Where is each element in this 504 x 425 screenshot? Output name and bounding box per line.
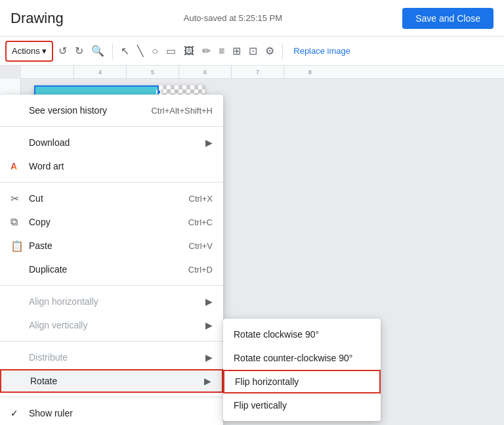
ruler-mark-4: 4 [74, 66, 126, 78]
download-arrow: ▶ [205, 137, 213, 148]
menu-align-horizontally[interactable]: Align horizontally ▶ [0, 290, 223, 313]
options-icon[interactable]: ⚙ [262, 42, 277, 60]
toolbar: Actions ▾ ↺ ↻ 🔍 ↖ ╲ ○ ▭ 🖼 ✏ ≡ ⊞ ⊡ ⚙ Repl… [0, 37, 504, 66]
redo-icon[interactable]: ↻ [72, 42, 86, 60]
select-icon[interactable]: ↖ [118, 42, 132, 60]
actions-button[interactable]: Actions ▾ [5, 41, 53, 62]
shape-icon[interactable]: ○ [149, 43, 161, 60]
app-title: Drawing [10, 10, 64, 27]
menu-word-art[interactable]: A Word art [0, 154, 223, 178]
line-style-icon[interactable]: ≡ [216, 43, 227, 60]
undo-icon[interactable]: ↺ [56, 42, 70, 60]
line-icon[interactable]: ╲ [135, 42, 146, 60]
ruler-mark-8: 8 [284, 66, 336, 78]
show-ruler-label: Show ruler [29, 408, 73, 418]
image-icon[interactable]: 🖼 [181, 43, 197, 60]
autosave-status: Auto-saved at 5:25:15 PM [184, 13, 282, 23]
divider-2 [282, 43, 283, 59]
see-version-history-label: See version history [29, 105, 107, 116]
menu-duplicate[interactable]: Duplicate Ctrl+D [0, 257, 223, 281]
ruler-top: 4 5 6 7 8 [21, 66, 504, 79]
cut-icon: ✂ [10, 192, 24, 205]
distribute-label: Distribute [29, 352, 68, 363]
selection-handle-tr [156, 89, 161, 95]
rotate-ccw-item[interactable]: Rotate counter-clockwise 90° [223, 346, 381, 370]
divider-1 [112, 43, 113, 59]
menu-align-vertically[interactable]: Align vertically ▶ [0, 313, 223, 337]
word-art-icon: A [10, 161, 24, 171]
copy-shortcut: Ctrl+C [188, 217, 213, 227]
crop-icon[interactable]: ⊡ [246, 42, 260, 60]
menu-see-version-history[interactable]: See version history Ctrl+Alt+Shift+H [0, 99, 223, 122]
replace-image-button[interactable]: Replace image [288, 43, 356, 58]
see-version-shortcut: Ctrl+Alt+Shift+H [151, 106, 213, 116]
copy-icon: ⧉ [10, 216, 24, 228]
cut-shortcut: Ctrl+X [189, 194, 213, 204]
flip-v-item[interactable]: Flip vertically [223, 393, 381, 417]
menu-show-ruler[interactable]: ✓ Show ruler [0, 401, 223, 425]
flip-h-label: Flip horizontally [235, 376, 299, 387]
duplicate-shortcut: Ctrl+D [188, 265, 213, 275]
flip-h-item[interactable]: Flip horizontally [223, 370, 381, 393]
align-h-arrow: ▶ [205, 296, 213, 307]
ruler-mark-5: 5 [126, 66, 178, 78]
flip-v-label: Flip vertically [234, 400, 287, 411]
menu-paste[interactable]: 📋 Paste Ctrl+V [0, 234, 223, 257]
copy-label: Copy [29, 217, 51, 227]
main-area: 4 5 6 7 8 2 3 4 5 [0, 66, 504, 425]
rotate-cw-label: Rotate clockwise 90° [234, 329, 319, 340]
align-v-label: Align vertically [29, 320, 87, 330]
save-close-button[interactable]: Save and Close [402, 8, 494, 29]
paste-icon: 📋 [10, 240, 24, 252]
word-art-label: Word art [29, 161, 64, 171]
menu-divider-3 [0, 285, 223, 286]
paste-label: Paste [29, 240, 52, 251]
ruler-mark-6: 6 [178, 66, 231, 78]
paste-shortcut: Ctrl+V [189, 241, 213, 251]
pencil-icon[interactable]: ✏ [200, 42, 213, 60]
menu-divider-2 [0, 182, 223, 183]
rotate-arrow: ▶ [204, 376, 211, 386]
menu-rotate[interactable]: Rotate ▶ [0, 369, 223, 393]
menu-cut[interactable]: ✂ Cut Ctrl+X [0, 187, 223, 210]
menu-divider-5 [0, 397, 223, 397]
ruler-mark-7: 7 [231, 66, 284, 78]
duplicate-label: Duplicate [29, 264, 67, 275]
rotate-ccw-label: Rotate counter-clockwise 90° [234, 353, 352, 363]
rotate-submenu: Rotate clockwise 90° Rotate counter-cloc… [223, 319, 381, 421]
align-v-arrow: ▶ [205, 320, 213, 330]
menu-distribute[interactable]: Distribute ▶ [0, 346, 223, 369]
menu-download[interactable]: Download ▶ [0, 131, 223, 154]
menu-divider-1 [0, 126, 223, 127]
rotate-label: Rotate [30, 376, 57, 386]
table-icon[interactable]: ⊞ [230, 42, 243, 60]
header: Drawing Auto-saved at 5:25:15 PM Save an… [0, 0, 504, 37]
menu-divider-4 [0, 341, 223, 342]
text-box-icon[interactable]: ▭ [163, 42, 178, 60]
cut-label: Cut [29, 193, 43, 204]
menu-copy[interactable]: ⧉ Copy Ctrl+C [0, 210, 223, 234]
align-h-label: Align horizontally [29, 296, 98, 307]
zoom-icon[interactable]: 🔍 [89, 42, 107, 60]
actions-menu: See version history Ctrl+Alt+Shift+H Dow… [0, 95, 223, 425]
ruler-check-icon: ✓ [10, 408, 24, 418]
rotate-cw-item[interactable]: Rotate clockwise 90° [223, 323, 381, 346]
download-label: Download [29, 137, 70, 148]
distribute-arrow: ▶ [205, 352, 213, 363]
